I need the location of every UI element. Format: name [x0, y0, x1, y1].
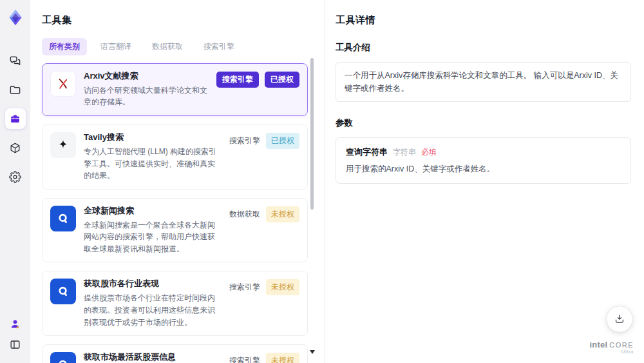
- brand-ultra: Ultra: [589, 349, 634, 355]
- tool-card-tavily[interactable]: Tavily搜索 专为人工智能代理 (LLM) 构建的搜索引擎工具。可快速提供实…: [42, 124, 308, 190]
- auth-status-badge[interactable]: 未授权: [266, 206, 299, 222]
- chat-icon[interactable]: [5, 50, 26, 71]
- tool-name: Arxiv文献搜索: [84, 71, 209, 82]
- tool-description: 全球新闻搜索是一个聚合全球各大新闻网站内容的搜索引擎，帮助用户快速获取全球最新资…: [84, 219, 222, 255]
- tab-search-engine[interactable]: 搜索引擎: [196, 38, 242, 55]
- tool-name: 获取市场最活跃股票信息: [84, 352, 222, 363]
- scrollbar-thumb[interactable]: [310, 58, 314, 210]
- blue-search-icon: [50, 279, 76, 304]
- param-description: 用于搜索的Arxiv ID、关键字或作者姓名。: [346, 164, 621, 175]
- param-required-flag: 必填: [421, 147, 437, 158]
- cube-icon[interactable]: [5, 137, 26, 158]
- tavily-star-icon: [50, 132, 76, 158]
- category-badge: 搜索引擎: [216, 72, 259, 88]
- download-button[interactable]: [607, 306, 632, 332]
- sidebar-bottom: [7, 315, 24, 363]
- tool-detail-panel: 工具详情 工具介绍 一个用于从Arxiv存储库搜索科学论文和文章的工具。 输入可…: [325, 0, 644, 363]
- param-type: 字符串: [393, 147, 416, 158]
- tool-intro-text: 一个用于从Arxiv存储库搜索科学论文和文章的工具。 输入可以是Arxiv ID…: [345, 71, 618, 93]
- category-tabs: 所有类别 语言翻译 数据获取 搜索引擎: [42, 38, 325, 55]
- auth-status-badge[interactable]: 未授权: [266, 279, 299, 295]
- folder-icon[interactable]: [5, 79, 26, 100]
- detail-title: 工具详情: [336, 14, 631, 26]
- tool-name: 获取股市各行业表现: [84, 279, 222, 289]
- list-scrollbar[interactable]: [310, 57, 314, 354]
- brand-core: core: [609, 341, 634, 349]
- blue-search-icon: [50, 352, 76, 363]
- category-label: 搜索引擎: [229, 279, 260, 293]
- tab-language-translation[interactable]: 语言翻译: [93, 38, 138, 55]
- tool-name: Tavily搜索: [84, 132, 222, 143]
- auth-status-badge[interactable]: 已授权: [265, 72, 299, 88]
- param-name: 查询字符串: [346, 146, 388, 158]
- category-label: 搜索引擎: [229, 353, 260, 363]
- intro-heading: 工具介绍: [336, 42, 631, 54]
- blue-search-icon: [50, 206, 76, 231]
- intel-core-logo: intelcore Ultra: [589, 338, 634, 355]
- parameter-card: 查询字符串 字符串 必填 用于搜索的Arxiv ID、关键字或作者姓名。: [336, 137, 631, 184]
- tool-name: 全球新闻搜索: [84, 206, 222, 217]
- panel-toggle-icon[interactable]: [7, 336, 24, 353]
- gem-logo-icon: [6, 8, 25, 27]
- tool-card-list: Arxiv文献搜索 访问各个研究领域大量科学论文和文章的存储库。 搜索引擎 已授…: [42, 63, 308, 363]
- tab-all-categories[interactable]: 所有类别: [42, 38, 87, 55]
- category-label: 搜索引擎: [229, 133, 260, 146]
- tool-card-sector-performance[interactable]: 获取股市各行业表现 提供股票市场各个行业在特定时间段内的表现。投资者可以利用这些…: [42, 271, 308, 336]
- auth-status-badge[interactable]: 已授权: [266, 133, 299, 149]
- category-label: 数据获取: [229, 206, 260, 220]
- tool-intro-box: 一个用于从Arxiv存储库搜索科学论文和文章的工具。 输入可以是Arxiv ID…: [336, 62, 631, 102]
- sidebar-nav: [5, 50, 26, 187]
- tool-card-most-active-stocks[interactable]: 获取市场最活跃股票信息 提供当天交易量最高的股票列表。投资者可以利用这些信息来识…: [42, 344, 308, 363]
- brand-intel: intel: [589, 340, 607, 349]
- params-heading: 参数: [336, 117, 631, 129]
- sidebar-rail: [0, 0, 30, 363]
- download-icon: [614, 313, 625, 325]
- page-title: 工具集: [42, 14, 325, 26]
- tool-description: 访问各个研究领域大量科学论文和文章的存储库。: [84, 84, 209, 108]
- arxiv-icon: [50, 71, 76, 97]
- tool-list-panel: 工具集 所有类别 语言翻译 数据获取 搜索引擎 Arxiv文献搜索 访问各个研究…: [30, 0, 325, 363]
- user-avatar-icon[interactable]: [7, 315, 24, 332]
- toolbox-icon[interactable]: [5, 108, 26, 129]
- tab-data-acquisition[interactable]: 数据获取: [145, 38, 190, 55]
- tool-description: 提供股票市场各个行业在特定时间段内的表现。投资者可以利用这些信息来识别表现优于或…: [84, 292, 222, 328]
- tool-card-arxiv[interactable]: Arxiv文献搜索 访问各个研究领域大量科学论文和文章的存储库。 搜索引擎 已授…: [42, 63, 308, 116]
- tool-description: 专为人工智能代理 (LLM) 构建的搜索引擎工具。可快速提供实时、准确和真实的结…: [84, 146, 222, 182]
- tool-card-global-news[interactable]: 全球新闻搜索 全球新闻搜索是一个聚合全球各大新闻网站内容的搜索引擎，帮助用户快速…: [42, 198, 308, 263]
- scroll-down-arrow-icon[interactable]: [310, 350, 315, 354]
- settings-gear-icon[interactable]: [5, 166, 26, 187]
- auth-status-badge[interactable]: 未授权: [266, 353, 299, 363]
